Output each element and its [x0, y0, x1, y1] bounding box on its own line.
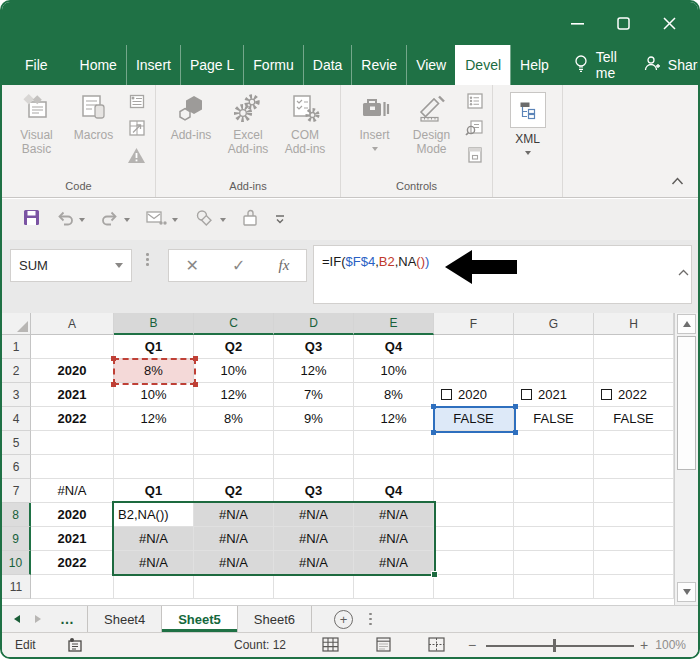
col-header-a[interactable]: A — [31, 313, 114, 335]
row-header-8[interactable]: 8 — [2, 503, 31, 527]
cell-e8[interactable]: #N/A — [354, 503, 434, 527]
tell-me-button[interactable]: Tell me — [558, 45, 633, 85]
tab-data[interactable]: Data — [303, 45, 352, 85]
cell-c10[interactable]: #N/A — [194, 551, 274, 575]
visual-basic-button[interactable]: Visual Basic — [10, 90, 64, 177]
cell-f7[interactable] — [434, 479, 514, 503]
cell-f8[interactable] — [434, 503, 514, 527]
row-header-10[interactable]: 10 — [2, 551, 31, 575]
cell-e1[interactable]: Q4 — [354, 335, 434, 359]
cell-c11[interactable] — [194, 575, 274, 599]
cell-e11[interactable] — [354, 575, 434, 599]
cell-h6[interactable] — [594, 455, 674, 479]
insert-function-button[interactable]: fx — [279, 257, 290, 274]
cell-e4[interactable]: 12% — [354, 407, 434, 431]
redo-button[interactable] — [96, 205, 135, 235]
col-header-g[interactable]: G — [514, 313, 594, 335]
cell-g6[interactable] — [514, 455, 594, 479]
cell-f2[interactable] — [434, 359, 514, 383]
cell-a6[interactable] — [31, 455, 114, 479]
tab-home[interactable]: Home — [71, 45, 126, 85]
sheet-tab-sheet5[interactable]: Sheet5 — [161, 606, 237, 632]
customize-quick-access-button[interactable] — [269, 205, 291, 235]
cell-d5[interactable] — [274, 431, 354, 455]
cell-g7[interactable] — [514, 479, 594, 503]
col-header-c[interactable]: C — [194, 313, 274, 335]
com-add-ins-button[interactable]: COM Add-ins — [278, 90, 332, 177]
zoom-slider-thumb[interactable] — [553, 639, 556, 652]
cell-g9[interactable] — [514, 527, 594, 551]
enter-button[interactable]: ✓ — [232, 256, 245, 275]
cell-e6[interactable] — [354, 455, 434, 479]
cell-f10[interactable] — [434, 551, 514, 575]
collapse-formula-bar-button[interactable] — [678, 262, 689, 280]
excel-add-ins-button[interactable]: Excel Add-ins — [221, 90, 275, 177]
cell-e3[interactable]: 8% — [354, 383, 434, 407]
name-box[interactable]: SUM — [10, 249, 132, 282]
maximize-button[interactable] — [600, 2, 646, 45]
cell-g4[interactable]: FALSE — [514, 407, 594, 431]
design-mode-button[interactable]: Design Mode — [405, 90, 459, 177]
tab-review[interactable]: Revie — [351, 45, 406, 85]
email-button[interactable] — [141, 205, 183, 235]
count-indicator[interactable]: Count: 12 — [234, 638, 286, 652]
cell-g10[interactable] — [514, 551, 594, 575]
tab-insert[interactable]: Insert — [126, 45, 180, 85]
cell-e2[interactable]: 10% — [354, 359, 434, 383]
cell-c9[interactable]: #N/A — [194, 527, 274, 551]
checkbox-2020[interactable] — [441, 389, 452, 400]
select-all-corner[interactable] — [2, 313, 31, 335]
vertical-scroll-thumb[interactable] — [677, 336, 696, 470]
cell-a4[interactable]: 2022 — [31, 407, 114, 431]
chevron-down-icon[interactable] — [115, 263, 123, 268]
row-header-9[interactable]: 9 — [2, 527, 31, 551]
cell-a1[interactable] — [31, 335, 114, 359]
row-header-2[interactable]: 2 — [2, 359, 31, 383]
tab-developer[interactable]: Devel — [455, 45, 510, 85]
cancel-button[interactable]: ✕ — [186, 256, 199, 275]
cell-b4[interactable]: 12% — [114, 407, 194, 431]
cell-g5[interactable] — [514, 431, 594, 455]
row-header-1[interactable]: 1 — [2, 335, 31, 359]
zoom-out-button[interactable]: − — [468, 637, 476, 653]
page-break-preview-button[interactable] — [428, 637, 445, 656]
checkbox-2022[interactable] — [601, 389, 612, 400]
cell-b6[interactable] — [114, 455, 194, 479]
collapse-ribbon-button[interactable] — [671, 171, 684, 189]
row-header-7[interactable]: 7 — [2, 479, 31, 503]
normal-view-button[interactable] — [322, 637, 339, 656]
cell-h1[interactable] — [594, 335, 674, 359]
touch-mode-button[interactable] — [237, 205, 263, 235]
cell-a9[interactable]: 2021 — [31, 527, 114, 551]
properties-button[interactable] — [464, 92, 486, 114]
cell-d3[interactable]: 7% — [274, 383, 354, 407]
cell-g3[interactable]: 2021 — [514, 383, 594, 407]
cell-d6[interactable] — [274, 455, 354, 479]
cell-g2[interactable] — [514, 359, 594, 383]
cell-c8[interactable]: #N/A — [194, 503, 274, 527]
cell-c2[interactable]: 10% — [194, 359, 274, 383]
cell-f1[interactable] — [434, 335, 514, 359]
cell-a5[interactable] — [31, 431, 114, 455]
vertical-scrollbar[interactable] — [674, 313, 698, 605]
cell-h5[interactable] — [594, 431, 674, 455]
cell-a7[interactable]: #N/A — [31, 479, 114, 503]
cell-h2[interactable] — [594, 359, 674, 383]
row-header-6[interactable]: 6 — [2, 455, 31, 479]
scroll-up-button[interactable] — [677, 314, 696, 334]
zoom-in-button[interactable]: + — [640, 637, 648, 653]
cell-e7[interactable]: Q4 — [354, 479, 434, 503]
cell-c5[interactable] — [194, 431, 274, 455]
cell-h9[interactable] — [594, 527, 674, 551]
cell-e9[interactable]: #N/A — [354, 527, 434, 551]
tab-page-layout[interactable]: Page L — [180, 45, 243, 85]
cell-a8[interactable]: 2020 — [31, 503, 114, 527]
cell-a10[interactable]: 2022 — [31, 551, 114, 575]
cell-a2[interactable]: 2020 — [31, 359, 114, 383]
cell-e5[interactable] — [354, 431, 434, 455]
undo-button[interactable] — [51, 205, 90, 235]
col-header-f[interactable]: F — [434, 313, 514, 335]
cell-g8[interactable] — [514, 503, 594, 527]
cell-b8[interactable]: B2,NA()) — [114, 503, 194, 527]
cell-b2[interactable]: 8% — [114, 359, 194, 383]
